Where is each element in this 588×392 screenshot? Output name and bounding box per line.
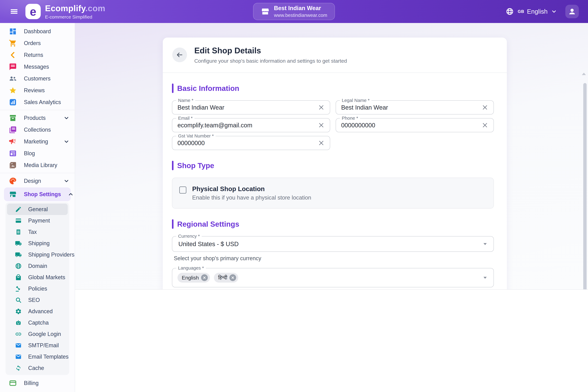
sidebar-item-messages[interactable]: Messages	[0, 61, 75, 73]
star-icon	[9, 86, 17, 94]
user-avatar-button[interactable]	[565, 5, 579, 18]
gst-vat-field: Gst Vat Number *	[172, 136, 330, 150]
submenu-item-cache[interactable]: Cache	[7, 362, 68, 374]
chevron-down-icon	[64, 115, 69, 121]
sidebar-item-reviews[interactable]: Reviews	[0, 84, 75, 96]
content-scroll-area: Edit Shop Details Configure your shop's …	[75, 23, 588, 290]
gear-icon	[15, 308, 22, 315]
brand-title: Ecomplify.com	[45, 3, 105, 13]
avatar-person-icon	[568, 7, 577, 16]
clear-name-icon[interactable]	[318, 104, 325, 111]
sidebar-item-blog[interactable]: Blog	[0, 148, 75, 159]
legal-name-field: Legal Name *	[336, 100, 494, 114]
language-selector[interactable]: GB English	[518, 8, 557, 15]
scrollbar-up-arrow[interactable]	[581, 71, 587, 77]
languages-multiselect[interactable]: Languages * English हिन्दी	[172, 268, 494, 287]
remove-english-chip-button[interactable]	[201, 274, 208, 281]
sidebar-item-media-library[interactable]: Media Library	[0, 159, 75, 171]
language-chip-hindi: हिन्दी	[214, 273, 238, 282]
submenu-item-captcha[interactable]: Captcha	[7, 317, 68, 328]
palette-icon	[9, 177, 17, 185]
submenu-item-smtp-email[interactable]: SMTP/Email	[7, 340, 68, 351]
name-field-label: Name *	[176, 98, 195, 103]
sidebar-item-orders[interactable]: Orders	[0, 37, 75, 49]
truck-icon	[15, 251, 22, 258]
submenu-item-domain[interactable]: Domain	[7, 260, 68, 272]
submenu-item-shipping-providers[interactable]: Shipping Providers	[7, 249, 68, 260]
back-button[interactable]	[172, 48, 187, 62]
shop-name: Best Indian Wear	[274, 5, 327, 12]
mail-icon	[15, 342, 22, 349]
sidebar-divider	[0, 110, 75, 110]
scrollbar-thumb[interactable]	[583, 83, 587, 290]
return-arrow-icon	[9, 51, 17, 59]
hamburger-menu-button[interactable]	[9, 6, 19, 16]
sidebar-item-returns[interactable]: Returns	[0, 49, 75, 61]
gst-vat-field-label: Gst Vat Number *	[176, 133, 216, 138]
phone-input[interactable]	[341, 122, 482, 129]
currency-select[interactable]: Currency * United States - $ USD	[172, 236, 494, 252]
dropdown-arrow-icon	[483, 275, 488, 280]
language-code: GB	[518, 9, 524, 14]
shopping-bag-icon	[15, 274, 22, 281]
physical-shop-checkbox[interactable]	[179, 186, 186, 194]
cart-icon	[9, 39, 17, 47]
currency-helper: Select your shop's primary currency	[172, 255, 494, 262]
phone-field-label: Phone *	[340, 116, 360, 121]
submenu-item-google-login[interactable]: Google Login	[7, 328, 68, 340]
section-accent-bar	[172, 84, 174, 93]
sidebar-item-dashboard[interactable]: Dashboard	[0, 26, 75, 37]
submenu-item-seo[interactable]: SEO	[7, 294, 68, 306]
active-shop-badge[interactable]: Best Indian Wear www.bestindianwear.com	[253, 3, 335, 20]
library-icon	[9, 126, 17, 134]
receipt-icon	[15, 229, 22, 236]
arrow-left-icon	[176, 51, 183, 58]
chevron-down-icon	[551, 9, 557, 14]
bar-chart-icon	[9, 98, 17, 106]
submenu-item-general[interactable]: General	[7, 204, 68, 215]
billing-card-icon	[9, 379, 17, 387]
physical-shop-panel: Physical Shop Location Enable this if yo…	[172, 178, 494, 208]
clear-gst-icon[interactable]	[318, 140, 325, 146]
archive-box-icon	[9, 114, 17, 122]
globe-icon	[506, 8, 514, 16]
legal-name-input[interactable]	[341, 104, 482, 111]
sidebar-item-products[interactable]: Products	[0, 112, 75, 124]
section-accent-bar	[172, 219, 174, 229]
submenu-item-shipping[interactable]: Shipping	[7, 238, 68, 249]
email-field-label: Email *	[176, 116, 195, 121]
search-icon	[15, 297, 22, 304]
physical-shop-help: Enable this if you have a physical store…	[192, 194, 311, 201]
dashboard-icon	[9, 28, 17, 36]
submenu-item-email-templates[interactable]: Email Templates	[7, 351, 68, 362]
clear-phone-icon[interactable]	[482, 122, 488, 128]
language-label: English	[527, 8, 548, 15]
app-root: e Ecomplify.com E-commerce Simplified Be…	[0, 0, 588, 392]
brand-tagline: E-commerce Simplified	[45, 14, 105, 20]
brand-logo[interactable]: e	[25, 4, 41, 19]
sidebar-item-shop-settings[interactable]: Shop Settings	[4, 188, 71, 201]
phone-field: Phone *	[336, 118, 494, 132]
brand-logo-letter: e	[30, 5, 36, 18]
sidebar-item-sales-analytics[interactable]: Sales Analytics	[0, 96, 75, 108]
remove-hindi-chip-button[interactable]	[229, 274, 236, 281]
truck-icon	[15, 240, 22, 247]
email-input[interactable]	[177, 122, 318, 129]
submenu-item-policies[interactable]: Policies	[7, 283, 68, 294]
sidebar-item-customers[interactable]: Customers	[0, 73, 75, 84]
sidebar-item-marketing[interactable]: Marketing	[0, 136, 75, 148]
clear-legal-name-icon[interactable]	[482, 104, 488, 111]
gst-vat-input[interactable]	[177, 140, 318, 146]
legal-name-field-label: Legal Name *	[340, 98, 371, 103]
clear-email-icon[interactable]	[318, 122, 325, 128]
sidebar-item-billing[interactable]: Billing	[0, 377, 75, 389]
submenu-item-payment[interactable]: Payment	[7, 215, 68, 226]
submenu-item-advanced[interactable]: Advanced	[7, 306, 68, 317]
submenu-item-global-markets[interactable]: Global Markets	[7, 272, 68, 283]
sidebar-item-design[interactable]: Design	[0, 175, 75, 187]
name-input[interactable]	[177, 104, 318, 111]
sidebar-item-collections[interactable]: Collections	[0, 124, 75, 136]
submenu-item-tax[interactable]: Tax	[7, 226, 68, 238]
close-icon	[203, 276, 206, 280]
photo-library-icon	[9, 161, 17, 169]
